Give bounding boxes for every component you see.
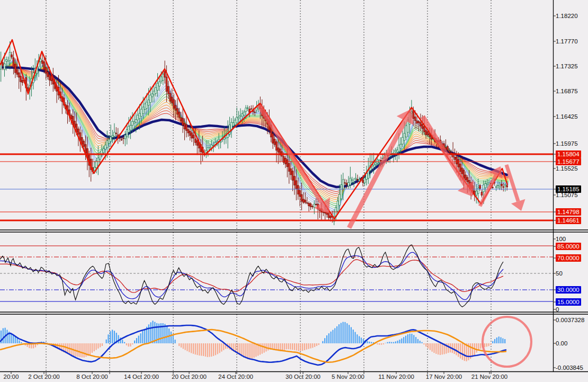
bull-candle (398, 145, 400, 152)
bear-candle (175, 105, 176, 110)
bull-candle (364, 178, 366, 183)
macd-hist-bar-negative (314, 343, 315, 347)
bear-candle (416, 121, 418, 123)
macd-hist-bar-positive (420, 341, 421, 343)
bear-candle (447, 147, 449, 150)
price-tick-label: 1.17770 (556, 38, 578, 45)
bull-candle (7, 61, 9, 66)
macd-hist-bar-positive (407, 334, 408, 343)
bear-candle (425, 130, 427, 135)
macd-hist-bar-negative (126, 343, 127, 345)
macd-hist-bar-negative (442, 343, 443, 354)
bull-candle (341, 185, 342, 199)
bull-candle (247, 108, 248, 108)
macd-hist-bar-positive (114, 331, 115, 343)
bull-candle (238, 117, 239, 119)
price-tick-label: 1.16875 (556, 87, 578, 95)
bear-candle (456, 157, 458, 164)
sr-level-label[interactable]: 1.14661 (556, 217, 581, 224)
bear-candle (168, 86, 170, 94)
bull-candle (157, 83, 158, 90)
macd-hist-bar-positive (389, 342, 390, 343)
bull-candle (342, 180, 344, 189)
bear-candle (344, 183, 346, 183)
bear-candle (297, 185, 299, 194)
bear-candle (15, 64, 16, 73)
macd-hist-bar-negative (264, 343, 265, 353)
macd-hist-bar-negative (472, 343, 473, 357)
macd-hist-bar-positive (421, 342, 422, 343)
macd-hist-bar-negative (247, 343, 248, 359)
bear-candle (422, 125, 423, 129)
bull-candle (126, 129, 128, 137)
macd-hist-bar-positive (108, 334, 109, 343)
bear-candle (189, 131, 191, 135)
macd-hist-bar-negative (308, 343, 309, 349)
bull-candle (497, 185, 499, 186)
macd-hist-bar-positive (174, 340, 175, 343)
sr-level-label[interactable]: 1.15677 (556, 158, 581, 165)
macd-hist-bar-positive (148, 324, 149, 343)
bear-candle (191, 133, 193, 138)
macd-hist-bar-positive (344, 322, 345, 343)
chart-background (0, 0, 588, 382)
bull-candle (405, 126, 407, 137)
macd-hist-bar-negative (484, 343, 485, 347)
current-price-label: 1.15185 (556, 185, 581, 193)
macd-hist-bar-negative (94, 343, 95, 351)
macd-hist-bar-positive (142, 331, 143, 343)
time-label: 17 Nov 20:00 (426, 374, 462, 380)
macd-hist-bar-positive (353, 330, 354, 343)
macd-hist-bar-negative (253, 343, 254, 358)
bear-candle (324, 212, 326, 214)
macd-hist-bar-negative (195, 343, 196, 354)
bear-candle (306, 203, 308, 203)
macd-hist-bar-negative (241, 343, 242, 356)
macd-hist-bar-negative (377, 343, 378, 344)
bear-candle (427, 131, 429, 135)
macd-hist-bar-negative (488, 343, 489, 346)
bear-candle (45, 67, 47, 73)
macd-hist-bar-negative (286, 343, 287, 349)
macd-hist-bar-negative (223, 343, 224, 350)
bull-candle (483, 185, 485, 192)
macd-hist-bar-positive (417, 339, 418, 343)
macd-hist-bar-negative (255, 343, 256, 357)
bear-candle (454, 157, 456, 159)
sr-level-label[interactable]: 1.14798 (556, 208, 581, 216)
price-tick-label: 1.15975 (556, 140, 578, 147)
bear-candle (166, 77, 167, 91)
macd-hist-bar-negative (201, 343, 202, 356)
macd-hist-bar-negative (318, 343, 319, 345)
bull-candle (314, 204, 315, 207)
bear-candle (254, 112, 256, 112)
macd-hist-bar-positive (342, 322, 343, 343)
chart-canvas[interactable] (0, 0, 588, 382)
macd-hist-bar-positive (19, 340, 20, 343)
macd-hist-bar-negative (191, 343, 192, 353)
bear-candle (184, 123, 185, 129)
macd-hist-bar-positive (3, 328, 4, 343)
bear-candle (49, 75, 50, 80)
bull-candle (114, 132, 115, 136)
macd-hist-bar-negative (189, 343, 190, 352)
macd-hist-bar-positive (369, 342, 370, 343)
macd-hist-bar-positive (134, 341, 135, 343)
macd-hist-bar-negative (100, 343, 101, 347)
macd-hist-bar-positive (397, 341, 398, 343)
bear-candle (315, 204, 317, 205)
bear-candle (312, 207, 314, 207)
bear-candle (164, 72, 166, 77)
macd-hist-bar-negative (209, 343, 210, 357)
macd-hist-bar-negative (211, 343, 212, 357)
bear-candle (285, 158, 287, 164)
bull-candle (152, 94, 153, 97)
sr-level-label[interactable]: 1.15804 (556, 150, 581, 158)
bull-candle (133, 121, 135, 123)
macd-hist-bar-positive (415, 337, 416, 343)
macd-hist-bar-negative (435, 343, 436, 354)
bear-candle (465, 175, 467, 180)
macd-hist-bar-positive (411, 334, 412, 343)
bull-candle (110, 137, 112, 141)
macd-hist-bar-positive (334, 328, 335, 343)
